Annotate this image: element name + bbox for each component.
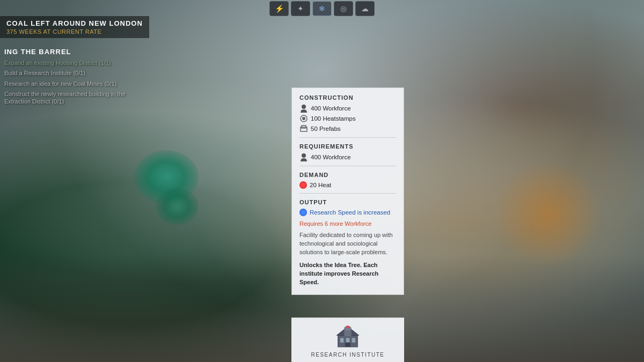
prefabs-icon	[299, 124, 308, 133]
heat-icon	[299, 181, 307, 189]
svg-point-0	[302, 105, 306, 109]
cloud-icon: ☁	[361, 4, 369, 13]
building-name: RESEARCH INSTITUTE	[311, 352, 384, 358]
output-label: OUTPUT	[299, 199, 396, 205]
svg-rect-10	[340, 338, 344, 342]
lightning-icon: ⚡	[275, 4, 284, 13]
separator-1	[299, 137, 396, 138]
target-icon: ◎	[340, 4, 347, 13]
nav-btn-star[interactable]: ✦	[291, 1, 310, 16]
coal-title: COAL LEFT AROUND NEW LONDON	[6, 19, 143, 27]
svg-point-5	[302, 153, 306, 158]
workforce-construction-text: 400 Workforce	[311, 105, 351, 112]
unlock-text: Unlocks the Idea Tree. Each institute im…	[299, 261, 396, 287]
svg-rect-12	[352, 338, 356, 342]
svg-point-15	[347, 326, 348, 327]
req-workforce-text: 400 Workforce	[311, 154, 351, 160]
heatstamps-row: 100 Heatstamps	[299, 114, 396, 123]
heatstamps-text: 100 Heatstamps	[311, 115, 356, 122]
quest-item-3: Research an idea for new Coal Mines (0/1…	[4, 80, 135, 87]
description-text: Facility dedicated to coming up with tec…	[299, 231, 396, 257]
map-orange-glow	[494, 161, 601, 268]
worker-requirements-icon	[299, 153, 308, 161]
separator-2	[299, 166, 396, 166]
separator-3	[299, 193, 396, 194]
worker-construction-icon	[299, 104, 308, 113]
building-icon	[334, 323, 361, 350]
coal-info: COAL LEFT AROUND NEW LONDON 375 WEEKS AT…	[0, 16, 149, 38]
nav-btn-snowflake[interactable]: ❄	[312, 1, 332, 16]
coal-subtitle: 375 WEEKS AT CURRENT RATE	[6, 28, 143, 35]
info-panel: CONSTRUCTION 400 Workforce 100 Heatstamp…	[291, 87, 404, 295]
building-icon-container	[332, 321, 364, 351]
nav-btn-cloud[interactable]: ☁	[355, 1, 375, 16]
heatstamps-icon	[299, 114, 308, 123]
construction-label: CONSTRUCTION	[299, 94, 396, 101]
heat-text: 20 Heat	[310, 182, 331, 188]
nav-btn-target[interactable]: ◎	[334, 1, 353, 16]
quest-panel: ING THE BARREL Expand an existing Housin…	[0, 46, 140, 110]
quest-item-2: Build a Research Institute (0/1)	[4, 69, 135, 77]
star-icon: ✦	[297, 4, 304, 13]
warning-text: Requires 6 more Workforce	[299, 220, 396, 227]
workforce-construction-row: 400 Workforce	[299, 104, 396, 113]
building-footer: RESEARCH INSTITUTE	[291, 317, 404, 362]
quest-title: ING THE BARREL	[4, 48, 135, 56]
output-row: Research Speed is increased	[299, 209, 396, 216]
svg-rect-11	[346, 338, 350, 342]
prefabs-text: 50 Prefabs	[311, 125, 341, 132]
requirements-label: REQUIREMENTS	[299, 143, 396, 150]
workforce-requirements-row: 400 Workforce	[299, 153, 396, 161]
quest-item-1: Expand an existing Housing District (1/1…	[4, 59, 135, 67]
demand-label: DEMAND	[299, 172, 396, 178]
map-teal-area-2	[156, 188, 199, 225]
research-icon	[299, 209, 307, 216]
snowflake-icon: ❄	[319, 4, 325, 13]
quest-item-4: Construct the newly researched building …	[4, 90, 135, 106]
top-nav: ⚡ ✦ ❄ ◎ ☁	[0, 0, 644, 16]
prefabs-row: 50 Prefabs	[299, 124, 396, 133]
heat-row: 20 Heat	[299, 181, 396, 189]
nav-btn-lightning[interactable]: ⚡	[269, 1, 289, 16]
svg-point-2	[302, 117, 305, 120]
output-text: Research Speed is increased	[310, 209, 390, 216]
svg-rect-13	[345, 342, 350, 346]
